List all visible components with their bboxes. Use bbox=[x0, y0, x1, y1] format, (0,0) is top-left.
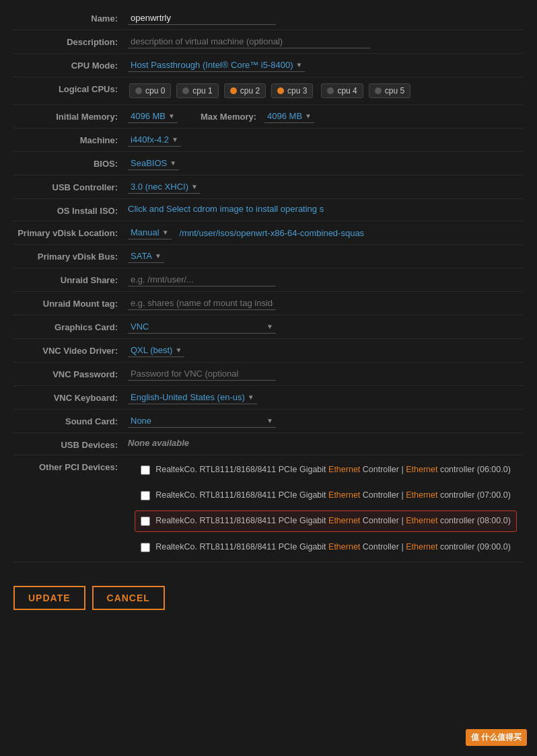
usb-controller-select[interactable]: 3.0 (nec XHCI) ▼ bbox=[128, 180, 201, 194]
cpu-4-chip[interactable]: cpu 4 bbox=[321, 83, 363, 98]
vdisk-location-row: Primary vDisk Location: Manual ▼ /mnt/us… bbox=[13, 221, 524, 245]
chevron-down-icon: ▼ bbox=[248, 393, 254, 401]
name-row: Name: bbox=[13, 7, 524, 30]
chevron-down-icon: ▼ bbox=[172, 136, 178, 143]
vdisk-bus-select[interactable]: SATA ▼ bbox=[128, 250, 164, 263]
machine-row: Machine: i440fx-4.2 ▼ bbox=[13, 128, 524, 152]
cpu-mode-select[interactable]: Host Passthrough (Intel® Core™ i5-8400) … bbox=[128, 59, 305, 72]
vdisk-location-path: /mnt/user/isos/openwrt-x86-64-combined-s… bbox=[180, 228, 365, 238]
cpu-3-dot bbox=[277, 87, 284, 94]
cpu-0-dot bbox=[135, 87, 142, 94]
description-input[interactable] bbox=[128, 35, 370, 48]
pci-devices-control: RealtekCo. RTL8111/8168/8411 PCIe Gigabi… bbox=[128, 460, 524, 557]
pci-device-4-checkbox[interactable] bbox=[141, 543, 150, 552]
sound-card-label: Sound Card: bbox=[13, 414, 128, 426]
pci-device-4-text: RealtekCo. RTL8111/8168/8411 PCIe Gigabi… bbox=[155, 541, 511, 554]
sound-card-select[interactable]: None ▼ bbox=[128, 414, 276, 428]
pci-device-2-checkbox[interactable] bbox=[141, 491, 150, 500]
cpu-2-chip[interactable]: cpu 2 bbox=[224, 83, 266, 98]
cpu-1-chip[interactable]: cpu 1 bbox=[176, 83, 218, 98]
usb-devices-control: None available bbox=[128, 438, 524, 448]
usb-controller-row: USB Controller: 3.0 (nec XHCI) ▼ bbox=[13, 176, 524, 199]
vnc-keyboard-select[interactable]: English-United States (en-us) ▼ bbox=[128, 391, 257, 404]
logical-cpus-row: Logical CPUs: cpu 0 cpu 1 cpu 2 cpu 3 cp bbox=[13, 77, 524, 105]
max-memory-select[interactable]: 4096 MB ▼ bbox=[264, 110, 314, 123]
cpu-5-chip[interactable]: cpu 5 bbox=[369, 83, 410, 98]
bios-select[interactable]: SeaBIOS ▼ bbox=[128, 157, 179, 170]
graphics-card-row: Graphics Card: VNC ▼ bbox=[13, 315, 524, 339]
vnc-password-input[interactable] bbox=[128, 367, 276, 381]
vdisk-location-select[interactable]: Manual ▼ bbox=[128, 226, 172, 239]
vnc-password-row: VNC Password: bbox=[13, 363, 524, 386]
machine-select[interactable]: i440fx-4.2 ▼ bbox=[128, 133, 181, 147]
vnc-video-driver-select[interactable]: QXL (best) ▼ bbox=[128, 344, 184, 357]
graphics-card-select[interactable]: VNC ▼ bbox=[128, 320, 276, 334]
cpu-1-dot bbox=[182, 87, 189, 94]
pci-device-1: RealtekCo. RTL8111/8168/8411 PCIe Gigabi… bbox=[135, 460, 516, 480]
chevron-down-icon: ▼ bbox=[191, 183, 198, 190]
vnc-video-driver-control: QXL (best) ▼ bbox=[128, 344, 524, 357]
name-control bbox=[128, 11, 524, 25]
initial-memory-label: Initial Memory: bbox=[13, 110, 128, 122]
chevron-down-icon: ▼ bbox=[266, 323, 273, 330]
vdisk-location-label: Primary vDisk Location: bbox=[13, 226, 128, 238]
sound-card-control: None ▼ bbox=[128, 414, 524, 428]
vnc-password-label: VNC Password: bbox=[13, 367, 128, 379]
vnc-password-control bbox=[128, 367, 524, 381]
watermark: 值 什么值得买 bbox=[466, 729, 527, 746]
max-memory-label: Max Memory: bbox=[201, 112, 256, 122]
vdisk-location-control: Manual ▼ /mnt/user/isos/openwrt-x86-64-c… bbox=[128, 226, 524, 239]
unraid-share-row: Unraid Share: bbox=[13, 268, 524, 292]
os-install-iso-control: Click and Select cdrom image to install … bbox=[128, 204, 524, 214]
logical-cpus-control: cpu 0 cpu 1 cpu 2 cpu 3 cpu 4 cpu 5 bbox=[128, 82, 524, 100]
pci-devices-row: Other PCI Devices: RealtekCo. RTL8111/81… bbox=[13, 455, 524, 562]
os-install-iso-label: OS Install ISO: bbox=[13, 204, 128, 216]
pci-device-3-text: RealtekCo. RTL8111/8168/8411 PCIe Gigabi… bbox=[155, 515, 511, 527]
initial-memory-select[interactable]: 4096 MB ▼ bbox=[128, 110, 178, 123]
vnc-keyboard-control: English-United States (en-us) ▼ bbox=[128, 391, 524, 404]
vnc-keyboard-label: VNC Keyboard: bbox=[13, 391, 128, 403]
unraid-share-label: Unraid Share: bbox=[13, 273, 128, 285]
description-row: Description: bbox=[13, 30, 524, 54]
os-install-iso-link[interactable]: Click and Select cdrom image to install … bbox=[128, 204, 324, 214]
cpu-0-chip[interactable]: cpu 0 bbox=[129, 83, 171, 98]
pci-device-1-checkbox[interactable] bbox=[141, 465, 150, 475]
name-label: Name: bbox=[13, 11, 128, 24]
bios-label: BIOS: bbox=[13, 157, 128, 169]
update-button[interactable]: UPDATE bbox=[13, 586, 85, 610]
name-input[interactable] bbox=[128, 11, 276, 25]
unraid-share-control bbox=[128, 273, 524, 287]
cpu-2-dot bbox=[230, 87, 237, 94]
graphics-card-control: VNC ▼ bbox=[128, 320, 524, 334]
pci-device-4: RealtekCo. RTL8111/8168/8411 PCIe Gigabi… bbox=[135, 537, 516, 558]
vdisk-bus-control: SATA ▼ bbox=[128, 250, 524, 263]
unraid-share-input[interactable] bbox=[128, 273, 276, 287]
memory-control: 4096 MB ▼ Max Memory: 4096 MB ▼ bbox=[128, 110, 524, 123]
cpu-mode-row: CPU Mode: Host Passthrough (Intel® Core™… bbox=[13, 54, 524, 77]
bios-row: BIOS: SeaBIOS ▼ bbox=[13, 152, 524, 176]
vdisk-bus-row: Primary vDisk Bus: SATA ▼ bbox=[13, 245, 524, 268]
cpu-3-chip[interactable]: cpu 3 bbox=[271, 83, 313, 98]
os-install-iso-row: OS Install ISO: Click and Select cdrom i… bbox=[13, 199, 524, 221]
cpu-mode-label: CPU Mode: bbox=[13, 59, 128, 71]
chevron-down-icon: ▼ bbox=[296, 61, 303, 69]
pci-device-3-checkbox[interactable] bbox=[141, 517, 150, 526]
unraid-mount-tag-label: Unraid Mount tag: bbox=[13, 297, 128, 309]
bios-control: SeaBIOS ▼ bbox=[128, 157, 524, 170]
usb-devices-label: USB Devices: bbox=[13, 438, 128, 450]
unraid-mount-tag-row: Unraid Mount tag: bbox=[13, 292, 524, 315]
vnc-keyboard-row: VNC Keyboard: English-United States (en-… bbox=[13, 386, 524, 410]
vnc-video-driver-label: VNC Video Driver: bbox=[13, 344, 128, 356]
unraid-mount-tag-input[interactable] bbox=[128, 297, 276, 310]
chevron-down-icon: ▼ bbox=[175, 346, 182, 354]
memory-row: Initial Memory: 4096 MB ▼ Max Memory: 40… bbox=[13, 105, 524, 128]
graphics-card-label: Graphics Card: bbox=[13, 320, 128, 332]
usb-controller-control: 3.0 (nec XHCI) ▼ bbox=[128, 180, 524, 194]
cancel-button[interactable]: CANCEL bbox=[92, 586, 165, 610]
logical-cpus-label: Logical CPUs: bbox=[13, 82, 128, 94]
chevron-down-icon: ▼ bbox=[305, 112, 312, 120]
unraid-mount-tag-control bbox=[128, 297, 524, 310]
description-label: Description: bbox=[13, 35, 128, 47]
footer-buttons: UPDATE CANCEL bbox=[0, 576, 537, 620]
machine-label: Machine: bbox=[13, 133, 128, 145]
